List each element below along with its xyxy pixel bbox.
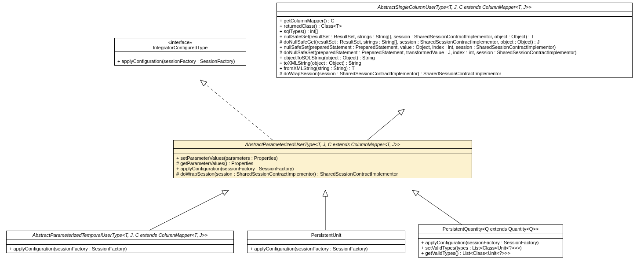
method: + returnedClass() : Class<T> — [280, 23, 629, 29]
method: + objectToSQLString(object : Object) : S… — [280, 55, 629, 60]
method: + applyConfiguration(sessionFactory : Se… — [421, 240, 560, 245]
method: + toXMLString(object : Object) : String — [280, 60, 629, 66]
method: + fromXMLString(string : String) : T — [280, 66, 629, 71]
method: + applyConfiguration(sessionFactory : Se… — [176, 166, 469, 171]
attributes-section — [174, 149, 472, 154]
method: # doNullSafeGet(resultSet : ResultSet, s… — [280, 39, 629, 44]
class-header: PersistentUnit — [247, 231, 405, 239]
class-name: AbstractSingleColumnUserType<T, J, C ext… — [378, 4, 531, 10]
class-header: AbstractParameterizedUserType<T, J, C ex… — [174, 140, 472, 149]
method: # doNullSafeSet(preparedStatement : Prep… — [280, 50, 629, 55]
method: + setParameterValues(parameters : Proper… — [176, 155, 469, 161]
class-abstract-parameterized-user-type: AbstractParameterizedUserType<T, J, C ex… — [173, 140, 472, 178]
class-name: PersistentQuantity<Q extends Quantity<Q>… — [443, 226, 538, 232]
attributes-section — [418, 233, 563, 239]
class-header: AbstractSingleColumnUserType<T, J, C ext… — [277, 3, 632, 11]
class-persistent-unit: PersistentUnit + applyConfiguration(sess… — [247, 231, 405, 253]
method: + applyConfiguration(sessionFactory : Se… — [250, 246, 402, 251]
methods-section: + applyConfiguration(sessionFactory : Se… — [115, 57, 246, 65]
class-name: AbstractParameterizedUserType<T, J, C ex… — [245, 142, 400, 147]
attributes-section — [115, 52, 246, 57]
methods-section: + getColumnMapper() : C + returnedClass(… — [277, 17, 632, 77]
method: + applyConfiguration(sessionFactory : Se… — [117, 59, 243, 64]
method: # doWrapSession(session : SharedSessionC… — [280, 71, 629, 76]
method: + sqlTypes() : int[] — [280, 29, 629, 34]
stereotype: «interface» — [117, 40, 243, 45]
methods-section: + applyConfiguration(sessionFactory : Se… — [418, 239, 563, 257]
method: # doWrapSession(session : SharedSessionC… — [176, 171, 469, 177]
class-name: AbstractParameterizedTemporalUserType<T,… — [33, 232, 207, 238]
method: + getColumnMapper() : C — [280, 18, 629, 23]
methods-section: + applyConfiguration(sessionFactory : Se… — [247, 245, 405, 253]
method: # getParameterValues() : Properties — [176, 161, 469, 166]
class-header: PersistentQuantity<Q extends Quantity<Q>… — [418, 225, 563, 233]
svg-line-1 — [367, 109, 404, 140]
method: + nullSafeSet(preparedStatement : Prepar… — [280, 44, 629, 50]
attributes-section — [7, 239, 233, 245]
method: + nullSafeGet(resultSet : ResultSet, str… — [280, 34, 629, 39]
attributes-section — [247, 239, 405, 245]
class-header: «interface» IntegratorConfiguredType — [115, 38, 246, 52]
svg-line-4 — [412, 190, 462, 224]
method: + setValidTypes(types : List<Class<Unit<… — [421, 245, 560, 250]
method: + getValidTypes() : List<Class<Unit<?>>> — [421, 250, 560, 256]
class-name: PersistentUnit — [311, 232, 341, 238]
class-abstract-parameterized-temporal-user-type: AbstractParameterizedTemporalUserType<T,… — [6, 231, 234, 253]
attributes-section — [277, 11, 632, 17]
interface-integrator-configured-type: «interface» IntegratorConfiguredType + a… — [114, 38, 246, 66]
class-abstract-single-column-user-type: AbstractSingleColumnUserType<T, J, C ext… — [277, 3, 633, 78]
svg-line-0 — [200, 80, 273, 140]
method: + applyConfiguration(sessionFactory : Se… — [9, 246, 231, 251]
svg-line-2 — [149, 190, 229, 230]
class-persistent-quantity: PersistentQuantity<Q extends Quantity<Q>… — [418, 224, 563, 258]
class-name: IntegratorConfiguredType — [117, 45, 243, 50]
methods-section: + applyConfiguration(sessionFactory : Se… — [7, 245, 233, 253]
class-header: AbstractParameterizedTemporalUserType<T,… — [7, 231, 233, 239]
methods-section: + setParameterValues(parameters : Proper… — [174, 154, 472, 178]
